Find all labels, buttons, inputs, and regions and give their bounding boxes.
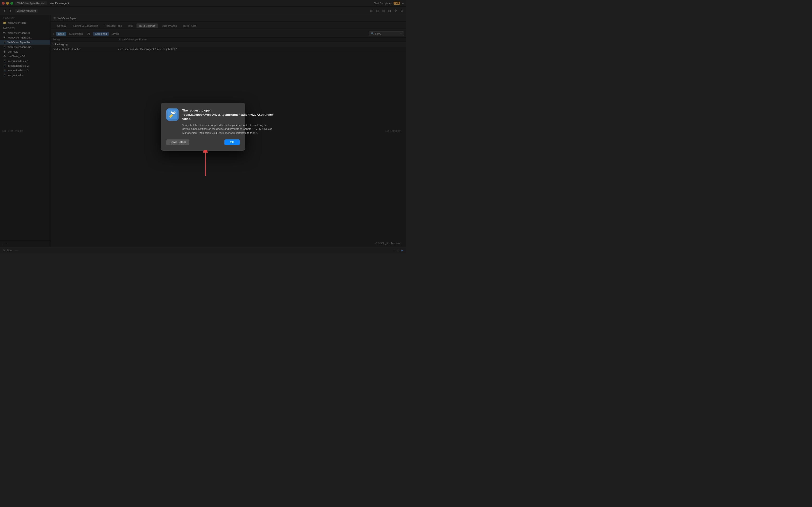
- alert-app-icon: [166, 108, 179, 121]
- alert-title: The request to open "com.facebook.WebDri…: [182, 108, 274, 121]
- alert-text-area: The request to open "com.facebook.WebDri…: [182, 108, 274, 135]
- alert-dialog: The request to open "com.facebook.WebDri…: [161, 103, 245, 151]
- modal-backdrop: The request to open "com.facebook.WebDri…: [0, 0, 406, 253]
- annotation-arrow: [198, 150, 212, 179]
- svg-rect-5: [174, 112, 175, 113]
- svg-rect-1: [168, 110, 177, 119]
- show-details-button[interactable]: Show Details: [166, 139, 189, 145]
- ok-button[interactable]: OK: [224, 139, 240, 145]
- alert-buttons: Show Details OK: [166, 139, 240, 145]
- alert-content: The request to open "com.facebook.WebDri…: [166, 108, 240, 135]
- dialog-container: The request to open "com.facebook.WebDri…: [161, 103, 245, 151]
- alert-body: Verify that the Developer App certificat…: [182, 123, 274, 135]
